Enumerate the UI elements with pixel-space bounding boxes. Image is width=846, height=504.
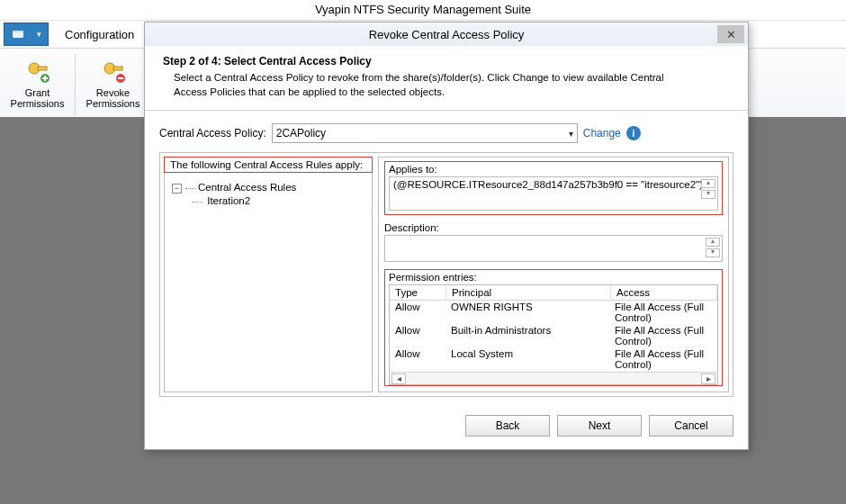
description-spinner[interactable]: ▴ ▾ xyxy=(706,238,720,257)
tree-collapse-icon[interactable]: − xyxy=(172,184,182,194)
description-label: Description: xyxy=(384,222,723,233)
svg-rect-3 xyxy=(38,67,47,70)
step-title: Step 2 of 4: Select Central Access Polic… xyxy=(163,55,734,68)
info-icon[interactable]: i xyxy=(626,126,641,140)
dialog-footer: Back Next Cancel xyxy=(145,404,748,449)
permission-table[interactable]: Type Principal Access Allow OWNER RIGHTS… xyxy=(389,284,718,385)
description-group: Description: ▴ ▾ xyxy=(384,222,723,262)
rules-panel: The following Central Access Rules apply… xyxy=(164,157,373,392)
revoke-permissions-button[interactable]: Revoke Permissions xyxy=(81,52,145,112)
key-plus-icon xyxy=(8,55,67,87)
applies-to-label: Applies to: xyxy=(389,164,718,175)
permission-group: Permission entries: Type Principal Acces… xyxy=(384,269,723,386)
details-panel: Applies to: (@RESOURCE.ITResource2_88d14… xyxy=(378,157,729,392)
col-type[interactable]: Type xyxy=(390,285,446,300)
table-row[interactable]: Allow Built-in Administrators File All A… xyxy=(390,324,717,347)
tree-child-label: Iteration2 xyxy=(207,195,250,206)
policy-select[interactable]: 2CAPolicy ▾ xyxy=(272,123,578,143)
cancel-button[interactable]: Cancel xyxy=(649,415,734,436)
table-row[interactable]: Allow OWNER RIGHTS File All Access (Full… xyxy=(390,301,717,324)
app-window: Vyapin NTFS Security Management Suite ▾ … xyxy=(0,0,846,504)
key-minus-icon xyxy=(84,55,142,87)
spin-down-icon[interactable]: ▾ xyxy=(701,190,716,199)
spin-up-icon[interactable]: ▴ xyxy=(706,238,720,247)
spin-down-icon[interactable]: ▾ xyxy=(706,248,720,257)
dialog-header: Step 2 of 4: Select Central Access Polic… xyxy=(145,46,748,111)
scroll-right-icon[interactable]: ▸ xyxy=(701,374,716,384)
spin-up-icon[interactable]: ▴ xyxy=(701,179,716,188)
close-icon: ✕ xyxy=(726,28,736,41)
svg-rect-6 xyxy=(113,67,122,70)
change-link[interactable]: Change xyxy=(583,127,621,140)
tree-root-label: Central Access Rules xyxy=(185,182,296,193)
rules-caption: The following Central Access Rules apply… xyxy=(164,157,373,173)
applies-to-group: Applies to: (@RESOURCE.ITResource2_88d14… xyxy=(384,161,723,215)
tree-root-node[interactable]: −Central Access Rules xyxy=(172,181,364,194)
back-button[interactable]: Back xyxy=(465,415,550,436)
table-row[interactable]: Allow Local System File All Access (Full… xyxy=(390,347,717,371)
rules-tree[interactable]: −Central Access Rules Iteration2 xyxy=(165,177,372,211)
app-logo-icon xyxy=(11,27,25,41)
applies-to-value: (@RESOURCE.ITResource2_88d147a257b3b9f0 … xyxy=(393,179,703,190)
app-logo[interactable]: ▾ xyxy=(4,22,49,46)
revoke-policy-dialog: Revoke Central Access Policy ✕ Step 2 of… xyxy=(144,22,749,450)
svg-rect-1 xyxy=(13,31,23,32)
grant-permissions-label: Grant Permissions xyxy=(8,87,67,109)
description-box: ▴ ▾ xyxy=(384,235,723,262)
horizontal-scrollbar[interactable]: ◂ ▸ xyxy=(390,372,717,384)
revoke-permissions-label: Revoke Permissions xyxy=(84,87,142,109)
dialog-title: Revoke Central Access Policy xyxy=(369,28,525,41)
col-principal[interactable]: Principal xyxy=(446,285,611,300)
tree-child-node[interactable]: Iteration2 xyxy=(192,194,364,207)
step-description: Select a Central Access Policy to revoke… xyxy=(163,71,696,99)
dropdown-icon: ▾ xyxy=(37,30,41,39)
permission-label: Permission entries: xyxy=(389,272,718,283)
applies-to-value-box: (@RESOURCE.ITResource2_88d147a257b3b9f0 … xyxy=(389,176,718,211)
dialog-titlebar[interactable]: Revoke Central Access Policy ✕ xyxy=(145,22,748,46)
dialog-body: Central Access Policy: 2CAPolicy ▾ Chang… xyxy=(145,111,748,404)
close-button[interactable]: ✕ xyxy=(717,25,744,43)
applies-to-spinner[interactable]: ▴ ▾ xyxy=(701,179,716,199)
scroll-left-icon[interactable]: ◂ xyxy=(392,374,406,384)
col-access[interactable]: Access xyxy=(611,285,717,300)
app-title: Vyapin NTFS Security Management Suite xyxy=(0,0,846,21)
policy-label: Central Access Policy: xyxy=(159,127,266,140)
ribbon-separator xyxy=(75,54,76,115)
tab-configuration[interactable]: Configuration xyxy=(52,21,148,48)
policy-row: Central Access Policy: 2CAPolicy ▾ Chang… xyxy=(159,123,734,143)
next-button[interactable]: Next xyxy=(557,415,642,436)
table-header: Type Principal Access xyxy=(390,285,717,301)
policy-value: 2CAPolicy xyxy=(276,127,326,140)
chevron-down-icon: ▾ xyxy=(569,129,573,139)
grant-permissions-button[interactable]: Grant Permissions xyxy=(5,52,69,112)
panels: The following Central Access Rules apply… xyxy=(159,152,734,397)
